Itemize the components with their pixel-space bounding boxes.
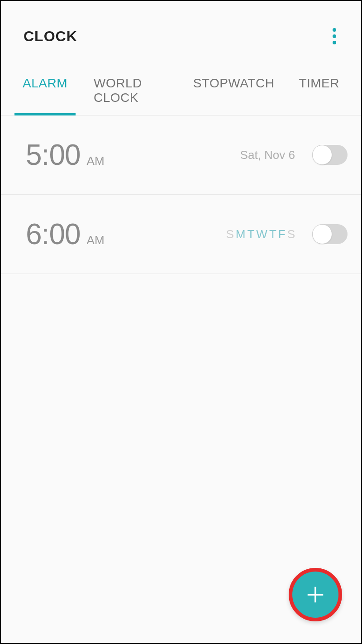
alarm-ampm: AM [87,154,105,168]
alarm-toggle[interactable] [312,145,348,165]
more-vert-icon [333,41,336,44]
more-options-button[interactable] [321,24,348,49]
tab-bar: ALARM WORLD CLOCK STOPWATCH TIMER [1,58,361,115]
alarm-schedule: Sat, Nov 6 [152,148,303,162]
add-alarm-button[interactable] [289,568,342,621]
alarm-time-value: 5:00 [26,138,81,172]
alarm-ampm: AM [87,233,105,247]
tab-world-clock[interactable]: WORLD CLOCK [86,76,171,115]
alarm-time-value: 6:00 [26,217,81,251]
alarm-row[interactable]: 6:00 AM S M T W T F S [1,195,361,274]
alarm-schedule: S M T W T F S [152,227,303,241]
alarm-date-label: Sat, Nov 6 [240,148,295,162]
plus-icon [305,584,326,605]
alarm-toggle[interactable] [312,224,348,244]
alarm-time: 5:00 AM [26,138,152,172]
app-header: CLOCK [1,1,361,58]
alarm-list: 5:00 AM Sat, Nov 6 6:00 AM S M T W [1,115,361,643]
tab-timer[interactable]: TIMER [291,76,348,115]
alarm-time: 6:00 AM [26,217,152,251]
alarm-days-row: S M T W T F S [226,227,295,241]
day-wed: W [256,227,267,241]
day-mon: M [236,227,246,241]
toggle-knob [312,145,332,165]
day-sun: S [226,227,233,241]
alarm-row[interactable]: 5:00 AM Sat, Nov 6 [1,115,361,195]
more-vert-icon [333,28,336,32]
tab-alarm[interactable]: ALARM [14,76,76,115]
day-sat: S [287,227,295,241]
day-fri: F [278,227,286,241]
more-vert-icon [333,34,336,38]
tab-stopwatch[interactable]: STOPWATCH [185,76,283,115]
day-thu: T [269,227,276,241]
day-tue: T [247,227,254,241]
app-title: CLOCK [24,28,77,45]
toggle-knob [312,224,332,244]
